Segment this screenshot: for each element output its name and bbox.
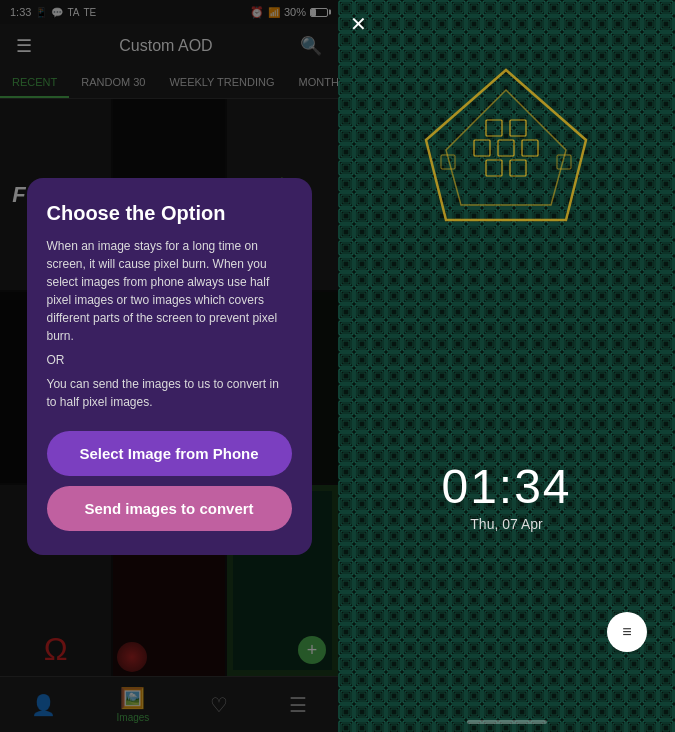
modal-title: Choose the Option [47, 202, 292, 225]
aod-date-display: Thu, 07 Apr [470, 516, 542, 532]
modal-overlay: Choose the Option When an image stays fo… [0, 0, 338, 732]
modal-body2: You can send the images to us to convert… [47, 375, 292, 411]
aod-time-display: 01:34 [441, 459, 571, 514]
modal-box: Choose the Option When an image stays fo… [27, 178, 312, 555]
modal-or: OR [47, 353, 292, 367]
right-panel: ✕ 01:34 Thu, 07 Apr ≡ [338, 0, 675, 732]
close-icon: ✕ [350, 13, 367, 35]
aod-clock: 01:34 Thu, 07 Apr [338, 459, 675, 532]
close-button[interactable]: ✕ [350, 12, 367, 36]
select-image-button[interactable]: Select Image from Phone [47, 431, 292, 476]
left-panel: 1:33 📱 💬 TA TE ⏰ 📶 30% ☰ Custom AOD 🔍 RE… [0, 0, 338, 732]
home-indicator [467, 720, 547, 724]
fab-icon: ≡ [622, 623, 631, 641]
send-images-button[interactable]: Send images to convert [47, 486, 292, 531]
fab-button[interactable]: ≡ [607, 612, 647, 652]
aod-background: ✕ 01:34 Thu, 07 Apr ≡ [338, 0, 675, 732]
modal-body: When an image stays for a long time on s… [47, 237, 292, 345]
